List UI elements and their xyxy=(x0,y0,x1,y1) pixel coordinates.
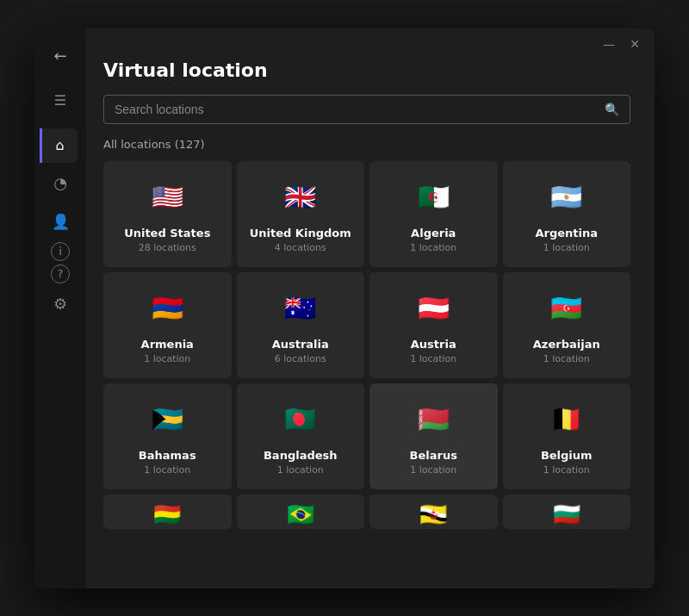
location-name-at: Austria xyxy=(411,338,456,351)
sidebar-item-speed[interactable]: ◔ xyxy=(43,166,78,201)
flag-dz: 🇩🇿 xyxy=(413,177,454,218)
location-name-au: Australia xyxy=(272,338,329,351)
menu-button[interactable]: ☰ xyxy=(43,84,78,118)
search-input[interactable] xyxy=(115,103,598,116)
location-name-dz: Algeria xyxy=(411,227,456,240)
location-name-bd: Bangladesh xyxy=(264,449,338,462)
location-count-us: 28 locations xyxy=(139,242,196,253)
search-icon: 🔍 xyxy=(605,103,619,116)
sidebar-item-help[interactable]: ? xyxy=(51,264,70,283)
flag-by: 🇧🇾 xyxy=(413,399,454,440)
location-card-uk[interactable]: 🇬🇧 United Kingdom 4 locations xyxy=(237,161,365,267)
peek-card-2[interactable]: 🇧🇷 xyxy=(237,495,365,529)
locations-header: All locations (127) xyxy=(103,138,630,151)
location-count-au: 6 locations xyxy=(275,353,326,364)
location-count-bs: 1 location xyxy=(144,464,190,476)
location-count-am: 1 location xyxy=(144,353,190,364)
location-name-az: Azerbaijan xyxy=(533,338,600,351)
location-name-us: United States xyxy=(124,227,210,240)
location-count-at: 1 location xyxy=(410,353,456,364)
sidebar: ← ☰ ⌂ ◔ 👤 i ? ⚙ xyxy=(34,28,86,588)
sidebar-item-home[interactable]: ⌂ xyxy=(40,128,78,163)
page-title: Virtual location xyxy=(103,59,630,81)
back-button[interactable]: ← xyxy=(43,39,78,73)
peek-card-1[interactable]: 🇧🇴 xyxy=(103,495,232,529)
location-count-bd: 1 location xyxy=(277,464,324,476)
location-card-bd[interactable]: 🇧🇩 Bangladesh 1 location xyxy=(237,383,365,489)
location-card-be[interactable]: 🇧🇪 Belgium 1 location xyxy=(503,383,631,489)
sidebar-item-account[interactable]: 👤 xyxy=(43,204,78,239)
location-name-by: Belarus xyxy=(410,449,457,462)
content-area: Virtual location 🔍 All locations (127) 🇺… xyxy=(86,59,655,588)
location-name-bs: Bahamas xyxy=(139,449,196,462)
location-name-ar: Argentina xyxy=(535,227,598,240)
location-count-ar: 1 location xyxy=(543,242,590,253)
location-count-by: 1 location xyxy=(410,464,456,476)
location-card-us[interactable]: 🇺🇸 United States 28 locations xyxy=(103,161,232,267)
location-count-be: 1 location xyxy=(543,464,590,476)
location-card-at[interactable]: 🇦🇹 Austria 1 location xyxy=(369,272,498,378)
flag-au: 🇦🇺 xyxy=(280,288,321,329)
flag-bs: 🇧🇸 xyxy=(146,399,188,440)
location-name-uk: United Kingdom xyxy=(250,227,351,240)
location-count-uk: 4 locations xyxy=(275,242,326,253)
peek-card-4[interactable]: 🇧🇬 xyxy=(503,495,631,529)
peek-row: 🇧🇴 🇧🇷 🇧🇳 🇧🇬 xyxy=(103,495,630,529)
minimize-button[interactable]: — xyxy=(601,37,617,51)
location-card-az[interactable]: 🇦🇿 Azerbaijan 1 location xyxy=(503,272,631,378)
app-window: ← ☰ ⌂ ◔ 👤 i ? ⚙ — ✕ Virtual location 🔍 A… xyxy=(34,28,655,588)
sidebar-item-info[interactable]: i xyxy=(51,242,70,261)
sidebar-item-settings[interactable]: ⚙ xyxy=(43,287,78,321)
main-content: — ✕ Virtual location 🔍 All locations (12… xyxy=(86,28,655,588)
flag-az: 🇦🇿 xyxy=(546,288,587,329)
locations-grid: 🇺🇸 United States 28 locations 🇬🇧 United … xyxy=(103,161,630,489)
location-card-au[interactable]: 🇦🇺 Australia 6 locations xyxy=(237,272,365,378)
location-name-be: Belgium xyxy=(541,449,593,462)
flag-bd: 🇧🇩 xyxy=(280,399,321,440)
peek-card-3[interactable]: 🇧🇳 xyxy=(369,495,498,529)
close-button[interactable]: ✕ xyxy=(627,37,642,51)
location-card-dz[interactable]: 🇩🇿 Algeria 1 location xyxy=(369,161,498,267)
location-card-bs[interactable]: 🇧🇸 Bahamas 1 location xyxy=(103,383,232,489)
flag-us: 🇺🇸 xyxy=(146,177,188,218)
flag-uk: 🇬🇧 xyxy=(280,177,321,218)
flag-at: 🇦🇹 xyxy=(413,288,454,329)
titlebar: — ✕ xyxy=(86,28,655,59)
flag-be: 🇧🇪 xyxy=(546,399,587,440)
search-bar[interactable]: 🔍 xyxy=(103,95,630,124)
flag-am: 🇦🇲 xyxy=(146,288,188,329)
flag-ar: 🇦🇷 xyxy=(546,177,587,218)
location-name-am: Armenia xyxy=(141,338,194,351)
location-card-ar[interactable]: 🇦🇷 Argentina 1 location xyxy=(503,161,631,267)
location-count-dz: 1 location xyxy=(410,242,456,253)
location-card-am[interactable]: 🇦🇲 Armenia 1 location xyxy=(103,272,232,378)
location-card-by[interactable]: 🇧🇾 Belarus 1 location xyxy=(369,383,498,489)
location-count-az: 1 location xyxy=(543,353,590,364)
